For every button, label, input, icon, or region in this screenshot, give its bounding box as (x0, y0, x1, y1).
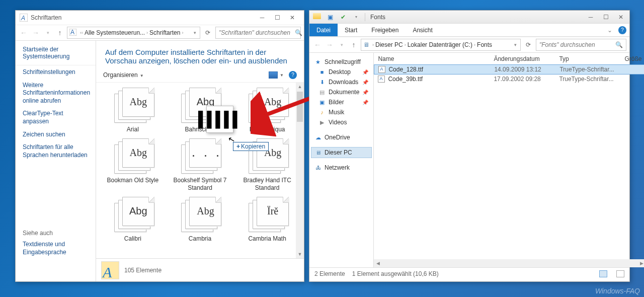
maximize-button[interactable]: ☐ (270, 13, 285, 23)
tree-music[interactable]: ♪Musik (315, 107, 371, 117)
sidebar-link-moreinfo[interactable]: Weitere Schriftarteninformationen online… (23, 82, 89, 105)
font-item[interactable]: Abg Book Antiqua (239, 88, 295, 133)
font-item[interactable]: Abg Bookman Old Style (105, 138, 160, 192)
scrollbar[interactable]: ▲ ▼ (296, 83, 304, 258)
sidebar-link-textservices[interactable]: Textdienste und Eingabesprache (23, 241, 89, 256)
search-icon[interactable]: 🔍 (295, 29, 302, 36)
downloads-icon: ⬇ (318, 79, 326, 86)
status-bar: A 105 Elemente (96, 258, 304, 281)
refresh-button[interactable]: ⟳ (202, 27, 213, 38)
close-button[interactable]: ✕ (285, 13, 300, 23)
breadcrumb-seg[interactable]: Alle Systemsteuerun... (85, 29, 145, 36)
pc-icon: 🖥 (363, 41, 369, 48)
scroll-thumb[interactable] (297, 92, 303, 122)
help-button[interactable]: ? (289, 71, 297, 79)
organize-button[interactable]: Organisieren▼ (103, 71, 144, 79)
h-scrollbar[interactable]: ◀ ▶ (374, 259, 644, 267)
pin-icon: 📌 (362, 100, 368, 105)
tab-datei[interactable]: Datei (309, 24, 338, 36)
history-dropdown[interactable]: ▾ (43, 28, 53, 38)
maximize-button[interactable]: ☐ (598, 12, 613, 22)
tree-pictures[interactable]: ▣Bilder📌 (315, 97, 371, 107)
refresh-button[interactable]: ⟳ (523, 39, 534, 50)
font-preview-icon: . . . (180, 138, 219, 174)
page-heading: Auf dem Computer installierte Schriftart… (96, 41, 304, 68)
font-item[interactable]: Abg Cambria (172, 197, 227, 243)
tree-videos[interactable]: ▶Videos (315, 117, 371, 127)
view-details-button[interactable] (599, 270, 607, 277)
col-date[interactable]: Änderungsdatum (490, 55, 555, 62)
scroll-left-icon[interactable]: ◀ (374, 259, 382, 267)
tree-quickaccess[interactable]: ★Schnellzugriff (311, 57, 371, 67)
col-name[interactable]: Name (374, 55, 490, 62)
search-icon[interactable]: 🔍 (615, 41, 623, 48)
file-row[interactable]: Code_128.ttf 14.09.2009 13:12 TrueType-S… (374, 64, 644, 75)
search-input[interactable] (539, 41, 615, 48)
history-dropdown[interactable]: ▾ (337, 40, 347, 50)
sidebar-link-charmap[interactable]: Zeichen suchen (23, 131, 89, 139)
breadcrumb-seg[interactable]: Schriftarten (149, 29, 180, 36)
col-type[interactable]: Typ (555, 55, 620, 62)
font-name: Book Antiqua (239, 126, 295, 133)
nav-row: ← → ▾ ↑ A ‹‹ Alle Systemsteuerun... › Sc… (16, 25, 304, 41)
close-button[interactable]: ✕ (613, 12, 628, 22)
up-button[interactable]: ↑ (349, 40, 359, 50)
breadcrumb-seg[interactable]: Dieser PC (375, 41, 403, 48)
font-preview-icon: Abg (113, 88, 152, 123)
pictures-icon: ▣ (318, 99, 326, 106)
font-item[interactable]: Abg Arial (105, 88, 160, 133)
watermark: Windows-FAQ (595, 287, 640, 295)
up-button[interactable]: ↑ (55, 28, 65, 38)
sidebar-link-cleartype[interactable]: ClearType-Text anpassen (23, 110, 89, 125)
font-name: Bookshelf Symbol 7 Standard (172, 177, 227, 192)
scroll-up-icon[interactable]: ▲ (296, 83, 304, 91)
col-size[interactable]: Größe (620, 55, 644, 62)
tree-onedrive[interactable]: ☁OneDrive (311, 132, 371, 142)
search-box: 🔍 (215, 27, 301, 39)
qat-properties-icon[interactable]: ▣ (325, 13, 336, 22)
scroll-right-icon[interactable]: ▶ (637, 259, 644, 267)
breadcrumb-seg[interactable]: Lokaler Datenträger (C:) (408, 41, 472, 48)
address-bar[interactable]: 🖥 › Dieser PC › Lokaler Datenträger (C:)… (361, 39, 521, 51)
tab-ansicht[interactable]: Ansicht (406, 24, 439, 36)
help-button[interactable]: ? (618, 26, 626, 34)
tree-thispc[interactable]: 🖥Dieser PC (311, 147, 372, 158)
sidebar-link-download[interactable]: Schriftarten für alle Sprachen herunterl… (23, 143, 89, 159)
window-title: Fonts (370, 14, 385, 21)
search-input[interactable] (219, 29, 295, 36)
minimize-button[interactable]: ─ (255, 13, 270, 23)
tree-downloads[interactable]: ⬇Downloads📌 (315, 77, 371, 87)
tab-start[interactable]: Start (338, 24, 364, 36)
font-item[interactable]: . . . Bookshelf Symbol 7 Standard (172, 138, 227, 192)
folder-icon[interactable] (311, 13, 323, 22)
forward-button[interactable]: → (325, 40, 335, 50)
back-button[interactable]: ← (312, 40, 323, 50)
tab-freigeben[interactable]: Freigeben (364, 24, 406, 36)
tree-desktop[interactable]: ■Desktop📌 (315, 67, 371, 77)
back-button[interactable]: ← (19, 28, 29, 38)
tree-documents[interactable]: ▤Dokumente📌 (315, 87, 371, 97)
qat-dropdown-icon[interactable]: ▾ (351, 13, 362, 22)
scroll-down-icon[interactable]: ▼ (296, 250, 304, 258)
addressbar-dropdown-icon[interactable]: ▾ (514, 42, 517, 47)
font-item[interactable]: Ïrě Cambria Math (239, 197, 295, 243)
sidebar-link-settings[interactable]: Schrifteinstellungen (23, 68, 89, 77)
view-dropdown-icon[interactable]: ▼ (280, 73, 284, 78)
ribbon-expand-icon[interactable]: ⌄ (604, 24, 615, 36)
tree-network[interactable]: 🖧Netzwerk (311, 163, 371, 173)
breadcrumb-seg[interactable]: Fonts (477, 41, 492, 48)
view-icons-button[interactable] (616, 270, 624, 277)
file-name: Code_39b.ttf (388, 76, 423, 83)
view-mode-button[interactable] (269, 71, 278, 79)
addressbar-dropdown-icon[interactable]: ▾ (194, 30, 196, 35)
forward-button[interactable]: → (31, 28, 41, 38)
font-item[interactable]: Abg Calibri (105, 197, 160, 243)
address-bar[interactable]: A ‹‹ Alle Systemsteuerun... › Schriftart… (67, 27, 200, 39)
status-text: 105 Elemente (124, 267, 162, 274)
minimize-button[interactable]: ─ (583, 12, 598, 22)
nav-row: ← → ▾ ↑ 🖥 › Dieser PC › Lokaler Datenträ… (309, 37, 629, 53)
pc-icon: 🖥 (314, 150, 321, 156)
sidebar-header[interactable]: Startseite der Systemsteuerung (23, 46, 89, 60)
qat-check-icon[interactable]: ✔ (338, 13, 349, 22)
file-row[interactable]: Code_39b.ttf 17.09.2002 09:28 TrueType-S… (374, 74, 644, 84)
